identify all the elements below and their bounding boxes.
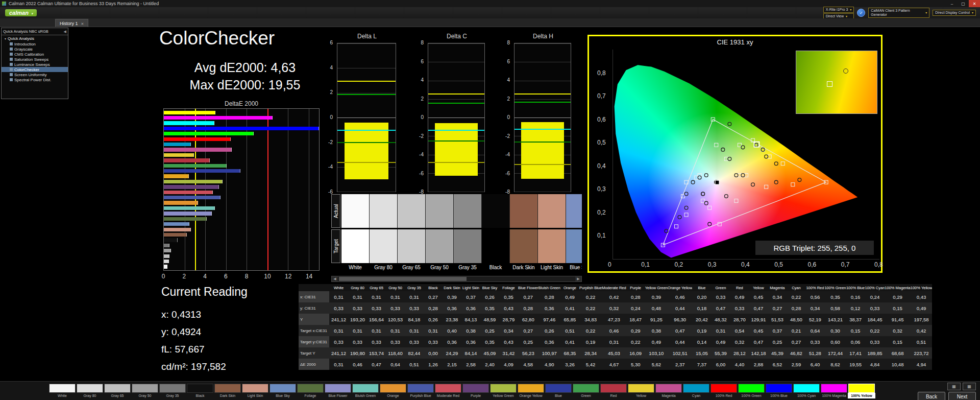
deltae-bar-row	[164, 158, 319, 163]
pattern-patch[interactable]: Yellow Green	[489, 384, 517, 398]
sidebar-item-introduction[interactable]: Introduction	[2, 41, 68, 46]
pattern-patch[interactable]: Gray 35	[159, 384, 186, 398]
pattern-patch[interactable]: 100% Yellow	[848, 384, 875, 398]
pattern-patch[interactable]: Gray 80	[76, 384, 104, 398]
pattern-patch[interactable]: 100% Green	[738, 384, 765, 398]
tab-history-1[interactable]: History 1	[55, 19, 88, 27]
scroll-right-icon[interactable]: ▶	[575, 276, 581, 281]
layout-grid-icon[interactable]	[963, 383, 976, 390]
back-button[interactable]: Back	[918, 392, 945, 400]
pattern-patch[interactable]: Blue Flower	[324, 384, 352, 398]
swatch-scrollbar[interactable]: ◀ ▶	[331, 276, 582, 282]
pattern-patch[interactable]: Cyan	[682, 384, 710, 398]
page-icon	[10, 42, 13, 45]
pattern-strip: WhiteGray 80Gray 65Gray 50Gray 35BlackDa…	[48, 384, 875, 398]
pattern-patch[interactable]: Orange Yellow	[517, 384, 545, 398]
pattern-patch[interactable]: Black	[186, 384, 214, 398]
pattern-patch[interactable]: Bluish Green	[352, 384, 379, 398]
axis-tick-label: -4	[505, 152, 510, 157]
deltae-chart-plot	[163, 108, 320, 271]
pattern-patch[interactable]: Orange	[379, 384, 407, 398]
sidebar-item-saturation-sweeps[interactable]: Saturation Sweeps	[2, 57, 68, 62]
scroll-left-icon[interactable]: ◀	[332, 276, 338, 281]
deltae-bar	[164, 111, 215, 114]
sidebar-item-luminance-sweeps[interactable]: Luminance Sweeps	[2, 62, 68, 67]
column-header: Blue	[692, 284, 711, 291]
target-swatch	[538, 229, 566, 263]
table-cell: 0,34	[499, 325, 518, 336]
pattern-patch[interactable]: Foliage	[297, 384, 324, 398]
deltae-x-tick: 2	[182, 273, 186, 280]
patch-swatch	[297, 384, 324, 393]
next-button[interactable]: Next	[948, 392, 976, 400]
table-cell: 143,21	[824, 314, 846, 325]
table-cell: 142,18	[749, 347, 768, 359]
table-cell: 0,36	[538, 302, 560, 314]
sidebar-item-screen-uniformity[interactable]: Screen Uniformity	[2, 72, 68, 77]
pattern-patch[interactable]: 100% Blue	[765, 384, 793, 398]
pattern-patch[interactable]: Green	[572, 384, 600, 398]
pattern-patch[interactable]: 100% Red	[710, 384, 738, 398]
table-cell: 0,36	[461, 336, 480, 347]
sidebar-item-spectral-power-dist-[interactable]: Spectral Power Dist.	[2, 77, 68, 82]
cie-y-tick: 0,1	[597, 232, 606, 239]
table-cell: 2,59	[787, 359, 805, 370]
close-tab-icon[interactable]	[81, 21, 84, 26]
table-cell: 4,94	[911, 359, 933, 370]
target-swatch-row	[341, 229, 582, 263]
pattern-patch[interactable]: Purple	[462, 384, 489, 398]
meter-mode: Direct View	[826, 14, 844, 18]
pattern-patch[interactable]: Gray 65	[104, 384, 131, 398]
pattern-patch[interactable]: 100% Magenta	[820, 384, 848, 398]
table-cell: 48,59	[480, 314, 499, 325]
table-cell: 0,34	[768, 291, 787, 302]
table-cell: 10,48	[885, 359, 910, 370]
sidebar-item-grayscale[interactable]: Grayscale	[2, 46, 68, 52]
sidebar-item-cms-calibration[interactable]: CMS Calibration	[2, 52, 68, 57]
measured-marker	[765, 155, 768, 158]
table-cell: 0,38	[645, 325, 668, 336]
pattern-patch[interactable]: Blue	[545, 384, 572, 398]
display-control-select[interactable]: Direct Display Control	[933, 10, 976, 16]
calman-logo-menu[interactable]: calman	[5, 9, 37, 16]
target-swatch	[398, 229, 425, 263]
pattern-patch[interactable]: Magenta	[655, 384, 682, 398]
meter-select[interactable]: X-Rite i1Pro 3	[823, 7, 854, 13]
table-cell: 0,33	[348, 302, 367, 314]
measured-marker	[708, 222, 712, 226]
patch-swatch	[270, 384, 296, 393]
pattern-patch[interactable]: Yellow	[627, 384, 655, 398]
pattern-patch[interactable]: White	[48, 384, 76, 398]
actual-swatch	[370, 194, 397, 228]
pattern-patch[interactable]: Light Skin	[241, 384, 269, 398]
table-row: y: CIE310,330,330,330,330,330,280,360,36…	[299, 302, 932, 314]
pattern-patch[interactable]: Gray 50	[131, 384, 159, 398]
page-icon	[10, 53, 13, 56]
table-cell: 0,51	[560, 325, 579, 336]
cie-x-tick: 0,4	[741, 261, 750, 268]
target-swatch	[566, 229, 582, 263]
patch-label: 100% Magenta	[820, 393, 848, 398]
sidebar-item-colorchecker[interactable]: ColorChecker	[2, 67, 68, 72]
workflow-header: Quick Analysis NBC sRGB ◀	[2, 28, 68, 35]
workflow-root-node[interactable]: Quick Analysis	[2, 35, 68, 41]
pattern-patch[interactable]: 100% Cyan	[793, 384, 820, 398]
table-cell: 19,55	[846, 359, 865, 370]
pattern-patch[interactable]: Moderate Red	[434, 384, 462, 398]
axis-tick-label: -6	[419, 171, 424, 176]
deltae-bar-row	[164, 253, 319, 258]
pattern-patch[interactable]: Purplish Blue	[407, 384, 434, 398]
swatch-label: Gray 50	[426, 265, 453, 272]
pattern-window-icon[interactable]	[947, 383, 961, 390]
scrollbar-thumb[interactable]	[339, 277, 467, 281]
meter-connect-button[interactable]: ✓	[857, 9, 865, 17]
table-cell: 0,33	[329, 336, 348, 347]
chart-title: Delta C	[428, 33, 486, 40]
pattern-patch[interactable]: Blue Sky	[269, 384, 297, 398]
workflow-root-label: Quick Analysis	[8, 36, 34, 41]
pattern-generator-select[interactable]: CalMAN Client 3 Pattern Generator	[868, 8, 929, 18]
axis-tick-label: -6	[505, 171, 510, 176]
pattern-patch[interactable]: Dark Skin	[214, 384, 241, 398]
pattern-patch[interactable]: Red	[600, 384, 627, 398]
collapse-sidebar-icon[interactable]: ◀	[64, 30, 66, 34]
